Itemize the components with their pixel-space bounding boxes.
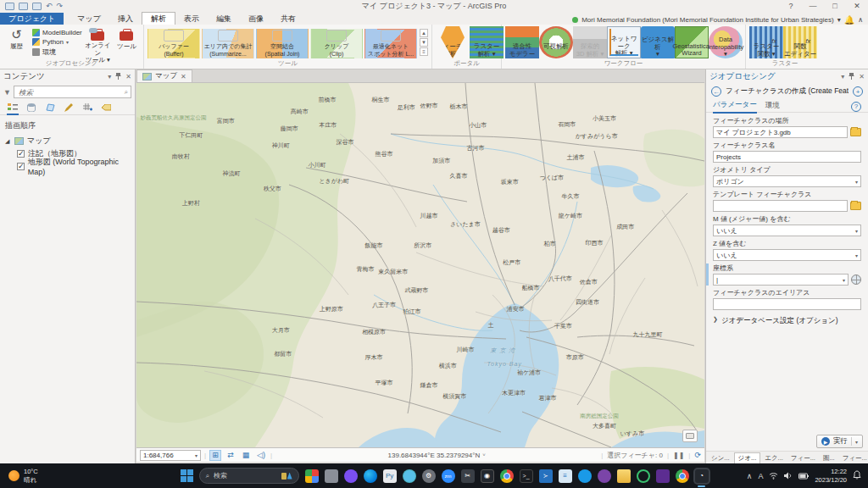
pane-tab[interactable]: エク... xyxy=(761,453,787,463)
ribbon-tab[interactable]: マップ xyxy=(69,13,109,25)
ribbon-tab[interactable]: 解析 xyxy=(142,12,175,25)
taskbar-app-icon[interactable]: ✂ xyxy=(461,469,475,483)
ribbon-tab[interactable]: 画像 xyxy=(240,13,272,25)
open-icon[interactable] xyxy=(19,3,28,10)
environments-button[interactable]: 環境 xyxy=(32,47,82,57)
has-z-select[interactable]: いいえ▾ xyxy=(713,249,861,261)
taskbar-app-icon[interactable]: ◔ xyxy=(695,469,709,483)
taskbar-app-icon[interactable] xyxy=(598,469,611,483)
template-input[interactable] xyxy=(713,200,848,212)
list-by-labeling-icon[interactable] xyxy=(100,103,112,113)
undo-icon[interactable]: ↶ xyxy=(46,3,53,10)
list-by-editing-icon[interactable] xyxy=(63,103,75,113)
panel-menu-icon[interactable]: ▾ xyxy=(108,73,111,80)
taskbar-app-icon[interactable] xyxy=(403,469,416,483)
taskbar-app-icon[interactable] xyxy=(617,469,631,483)
layer-checkbox[interactable] xyxy=(17,163,25,170)
pause-drawing-icon[interactable]: ❚❚ xyxy=(673,452,684,459)
ribbon-tab[interactable]: 挿入 xyxy=(109,13,142,25)
pane-tab[interactable]: 圏... xyxy=(820,453,838,463)
ime-indicator[interactable]: A xyxy=(758,472,763,480)
workflow-tool-button[interactable]: 適合性モデラー xyxy=(505,26,539,58)
taskbar-app-icon[interactable] xyxy=(637,469,650,483)
help-icon[interactable]: ? xyxy=(851,102,861,112)
taskbar-app-icon[interactable]: zm xyxy=(442,469,455,483)
python-button[interactable]: Python▾ xyxy=(32,38,82,46)
wifi-icon[interactable] xyxy=(769,472,778,480)
gallery-tool-button[interactable]: 空間結合(Spatial Join) xyxy=(256,29,309,58)
taskbar-app-icon[interactable] xyxy=(676,469,689,483)
gallery-tool-button[interactable]: クリップ(Clip) xyxy=(310,29,363,58)
run-options-icon[interactable]: ▾ xyxy=(855,439,858,445)
list-by-snapping-icon[interactable] xyxy=(81,103,93,113)
workflow-tool-button[interactable]: ビジネス解析▾ xyxy=(641,26,675,58)
gallery-tool-button[interactable]: 最適化ネットスポット分析 L... xyxy=(364,29,417,58)
coordinate-system-combo[interactable]: |▾ xyxy=(713,274,849,286)
taskbar-app-icon[interactable]: ⚙ xyxy=(422,469,436,483)
map-quick-access-button[interactable] xyxy=(682,430,698,442)
collapse-ribbon-icon[interactable]: ∧ xyxy=(858,16,863,24)
workflow-tool-button[interactable]: DataInteropability ▾ xyxy=(709,26,743,58)
close-tab-icon[interactable]: ✕ xyxy=(181,73,186,80)
tab-parameters[interactable]: パラメーター xyxy=(713,100,757,114)
map-view-tab[interactable]: マップ ✕ xyxy=(136,69,192,82)
selected-features-count[interactable]: 選択フィーチャ: 0 xyxy=(607,451,663,460)
save-as-icon[interactable] xyxy=(32,3,42,10)
audio-icon[interactable]: ◁) xyxy=(255,450,267,461)
taskbar-app-icon[interactable]: >_ xyxy=(520,469,533,483)
taskbar-app-icon[interactable]: ◉ xyxy=(481,469,494,483)
workflow-tool-button[interactable]: GeostatisticalWizard xyxy=(675,26,709,58)
layer-item[interactable]: 地形図 (World Topographic Map) xyxy=(5,160,135,173)
ribbon-tab[interactable]: 共有 xyxy=(272,13,304,25)
select-features-icon[interactable]: ⊞ xyxy=(209,450,221,461)
contents-search-input[interactable] xyxy=(17,87,125,97)
map-tree-node[interactable]: ◢ マップ xyxy=(5,135,135,147)
weather-widget[interactable]: 10°C晴れ xyxy=(0,468,161,484)
gallery-tool-button[interactable]: エリア内での集計(Summarize... xyxy=(202,29,254,58)
save-icon[interactable] xyxy=(5,3,14,10)
pane-tab[interactable]: シン... xyxy=(708,453,733,463)
gdb-settings-expander[interactable]: ❯ ジオデータベース設定 (オプション) xyxy=(713,313,861,330)
tools-button[interactable]: ツール xyxy=(114,26,140,58)
minimize-button[interactable]: — xyxy=(802,0,824,13)
add-to-model-icon[interactable]: + xyxy=(853,86,863,97)
taskbar-app-icon[interactable]: ≻ xyxy=(539,469,553,483)
account-caret-icon[interactable]: ▾ xyxy=(837,16,841,24)
notifications-bell-icon[interactable] xyxy=(853,470,861,481)
close-button[interactable]: ✕ xyxy=(846,0,868,13)
history-button[interactable]: ↺ 履歴 xyxy=(3,26,30,58)
ribbon-tab[interactable]: 表示 xyxy=(175,13,208,25)
taskbar-app-icon[interactable] xyxy=(578,469,592,483)
notification-bell-icon[interactable]: 🔔 xyxy=(844,15,854,25)
taskbar-app-icon[interactable] xyxy=(656,469,670,483)
list-by-selection-icon[interactable] xyxy=(44,103,56,113)
redo-icon[interactable]: ↷ xyxy=(57,3,64,10)
pane-tab[interactable]: ジオ... xyxy=(734,452,761,463)
scale-select[interactable]: 1:684,766▾ xyxy=(140,450,201,461)
raster-tool-button[interactable]: fx ラスター関数 ▾ xyxy=(749,26,783,58)
filter-icon[interactable]: ▼ xyxy=(3,88,11,97)
name-input[interactable] xyxy=(713,151,861,163)
has-m-select[interactable]: いいえ▾ xyxy=(713,225,861,236)
maximize-button[interactable]: □ xyxy=(824,0,846,13)
back-button[interactable]: ← xyxy=(711,86,721,97)
run-button[interactable]: ▶ 実行 ▾ xyxy=(816,435,863,448)
workflow-tool-button[interactable]: ネットワーク解析 ▾ xyxy=(607,26,641,58)
browse-folder-icon[interactable] xyxy=(850,128,861,136)
workflow-tool-button[interactable]: 探索的3D 解析 ▾ xyxy=(573,26,607,58)
pane-tab[interactable]: フィー... xyxy=(787,453,819,463)
refresh-icon[interactable]: ⟳ xyxy=(694,451,701,459)
taskbar-app-icon[interactable]: Py xyxy=(383,469,397,483)
taskbar-app-icon[interactable]: ≡ xyxy=(559,469,572,483)
list-by-source-icon[interactable] xyxy=(25,103,37,113)
gallery-scroll[interactable]: ▲▼≡ xyxy=(420,26,428,58)
alias-input[interactable] xyxy=(713,298,861,310)
online-tools-button[interactable]: オンラインツール ▾ xyxy=(85,26,111,58)
gallery-tool-button[interactable]: バッファー(Buffer) xyxy=(147,29,200,58)
contents-search[interactable]: ⌕ xyxy=(14,86,131,98)
taskbar-app-icon[interactable] xyxy=(305,469,319,483)
coordinates-readout[interactable]: 139.6843944°E 35.2379294°N˅ xyxy=(388,452,486,459)
portal-tool-button[interactable]: フィーチャ解析 ▾ xyxy=(436,26,470,58)
battery-icon[interactable] xyxy=(798,473,809,480)
taskbar-search[interactable]: ⌕ 検索 xyxy=(199,468,299,484)
